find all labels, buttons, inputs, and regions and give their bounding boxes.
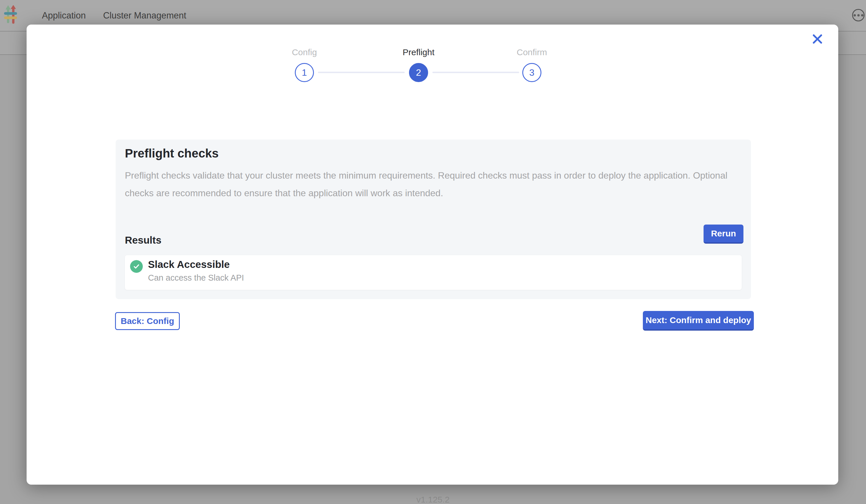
step-label: Config xyxy=(270,47,339,57)
tab-cluster-management[interactable]: Cluster Management xyxy=(103,10,187,21)
preflight-title: Preflight checks xyxy=(125,146,219,160)
tab-application[interactable]: Application xyxy=(42,10,86,21)
ellipsis-dot xyxy=(857,14,859,16)
step-connector xyxy=(432,72,519,73)
rerun-button[interactable]: Rerun xyxy=(703,225,743,244)
preflight-description: Preflight checks validate that your clus… xyxy=(125,167,738,202)
step-preflight: Preflight 2 xyxy=(384,47,453,82)
preflight-checks-card: Preflight checks Preflight checks valida… xyxy=(115,139,751,299)
back-button[interactable]: Back: Config xyxy=(115,312,180,330)
step-circle: 3 xyxy=(522,63,541,82)
step-circle: 1 xyxy=(295,63,314,82)
app-logo-icon[interactable] xyxy=(4,5,19,25)
preflight-modal: Config 1 Preflight 2 Confirm 3 Preflight… xyxy=(26,24,838,485)
overflow-menu-icon[interactable] xyxy=(852,9,865,21)
check-result-row: Slack Accessible Can access the Slack AP… xyxy=(125,255,742,290)
check-pass-icon xyxy=(130,260,143,273)
check-detail: Can access the Slack API xyxy=(148,273,244,283)
close-icon[interactable] xyxy=(809,31,825,47)
step-config: Config 1 xyxy=(270,47,339,82)
step-confirm: Confirm 3 xyxy=(497,47,567,82)
step-connector xyxy=(318,72,405,73)
step-label: Preflight xyxy=(384,47,453,57)
step-circle: 2 xyxy=(409,63,428,82)
check-name: Slack Accessible xyxy=(148,259,230,270)
app-version-label: v1.125.2 xyxy=(0,495,866,504)
ellipsis-dot xyxy=(854,14,856,16)
next-button[interactable]: Next: Confirm and deploy xyxy=(643,311,754,331)
ellipsis-dot xyxy=(861,14,863,16)
results-heading: Results xyxy=(125,234,161,246)
step-label: Confirm xyxy=(497,47,567,57)
